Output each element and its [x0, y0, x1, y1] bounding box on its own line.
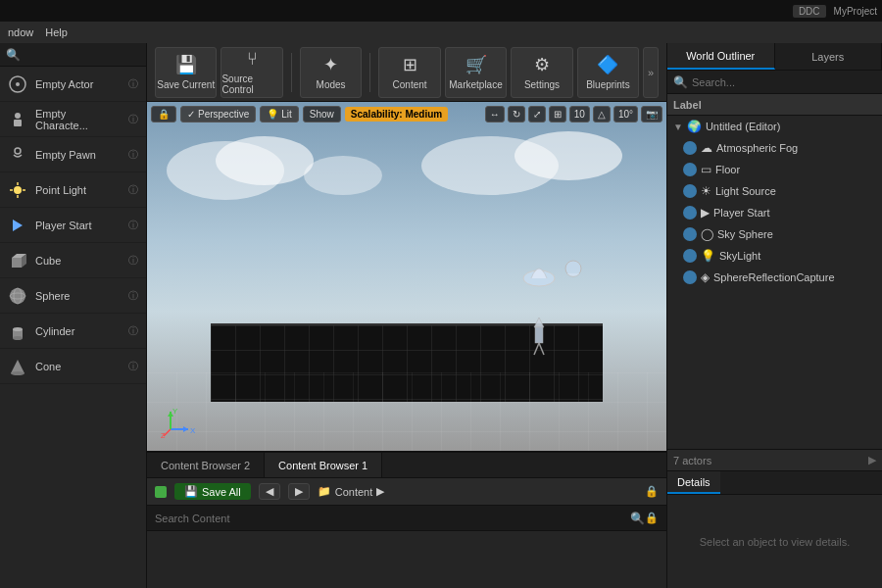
snap-button[interactable]: △ [593, 106, 611, 122]
actor-count: 7 actors ▶ [667, 449, 882, 470]
lock-icon[interactable]: 🔒 [645, 485, 659, 498]
settings-label: Settings [524, 79, 560, 90]
center-gizmo [524, 318, 554, 357]
viewport[interactable]: 🔒 ✓ Perspective 💡 Lit Show Scalability: … [147, 102, 666, 451]
grid-button[interactable]: ⊞ [549, 106, 566, 122]
svg-line-32 [539, 343, 544, 355]
details-tab[interactable]: Details [667, 471, 720, 494]
actor-info-icon6: ⓘ [128, 254, 138, 268]
right-panel: World Outliner Layers 🔍 Label ▼ 🌍 Untitl… [666, 43, 882, 588]
outliner-item-light-source[interactable]: ☀ Light Source [667, 180, 882, 202]
rotate-button[interactable]: ↻ [508, 106, 525, 122]
breadcrumb: 📁 Content ▶ [318, 485, 385, 498]
translate-button[interactable]: ↔ [485, 106, 505, 122]
main-toolbar: 💾 Save Current ⑂ Source Control ✦ Modes … [147, 43, 666, 102]
expand-icon: ▼ [673, 122, 683, 132]
degree-value[interactable]: 10° [613, 106, 638, 122]
fog-icon: ☁ [701, 141, 712, 155]
svg-text:X: X [190, 426, 195, 435]
scalability-badge[interactable]: Scalability: Medium [345, 107, 448, 122]
svg-point-2 [15, 113, 21, 119]
bottom-tab-bar: Content Browser 2 Content Browser 1 [147, 453, 666, 478]
outliner-item-skylight[interactable]: 💡 SkyLight [667, 245, 882, 267]
scale-button[interactable]: ⤢ [528, 106, 546, 122]
actor-item-cylinder[interactable]: Cylinder ⓘ [0, 314, 146, 349]
outliner-item-player-start[interactable]: ▶ Player Start [667, 202, 882, 223]
outliner-item-atmospheric-fog[interactable]: ☁ Atmospheric Fog [667, 137, 882, 159]
svg-point-23 [216, 136, 314, 185]
visibility-icon-sky-sphere[interactable] [683, 227, 697, 241]
outliner-item-sphere-reflection[interactable]: ◈ SphereReflectionCapture [667, 267, 882, 288]
actor-item-cone[interactable]: Cone ⓘ [0, 349, 146, 384]
forward-button[interactable]: ▶ [288, 483, 310, 500]
svg-point-5 [14, 186, 22, 194]
outliner-item-floor[interactable]: ▭ Floor [667, 159, 882, 180]
visibility-icon-skylight[interactable] [683, 249, 697, 263]
actor-item-empty-actor[interactable]: Empty Actor ⓘ [0, 67, 146, 102]
outliner-label-skylight: SkyLight [719, 250, 876, 262]
save-current-label: Save Current [157, 79, 215, 90]
marketplace-button[interactable]: 🛒 Marketplace [445, 47, 507, 98]
outliner-item-sky-sphere[interactable]: ◯ Sky Sphere [667, 223, 882, 245]
breadcrumb-arrow: ▶ [376, 485, 384, 498]
outliner-label-player-start: Player Start [713, 207, 876, 219]
visibility-icon-light[interactable] [683, 184, 697, 198]
save-all-button[interactable]: 💾 Save All [174, 483, 251, 500]
content-search-bar: 🔍 🔒 [147, 506, 666, 531]
actor-item-point-light[interactable]: Point Light ⓘ [0, 172, 146, 208]
left-panel: 🔍 Empty Actor ⓘ Empty Characte... ⓘ [0, 43, 147, 588]
toolbar-expand-button[interactable]: » [643, 47, 659, 98]
modes-button[interactable]: ✦ Modes [300, 47, 362, 98]
perspective-label: Perspective [198, 109, 249, 120]
tab-content-browser-2[interactable]: Content Browser 2 [147, 453, 265, 477]
actor-item-player-start[interactable]: Player Start ⓘ [0, 208, 146, 243]
menu-help[interactable]: Help [45, 26, 68, 38]
outliner-item-untitled[interactable]: ▼ 🌍 Untitled (Editor) [667, 116, 882, 137]
visibility-icon-reflect[interactable] [683, 270, 697, 284]
svg-point-26 [514, 131, 622, 180]
back-button[interactable]: ◀ [259, 483, 280, 500]
content-lock-icon[interactable]: 🔒 [645, 512, 659, 524]
show-button[interactable]: Show [303, 106, 341, 122]
content-icon: ⊞ [403, 54, 417, 75]
viewport-lock-button[interactable]: 🔒 [151, 106, 176, 122]
grid-value[interactable]: 10 [569, 106, 590, 122]
perspective-button[interactable]: ✓ Perspective [180, 106, 256, 122]
tab-world-outliner[interactable]: World Outliner [667, 43, 775, 70]
actor-item-empty-pawn[interactable]: Empty Pawn ⓘ [0, 137, 146, 172]
content-search-input[interactable] [155, 513, 630, 524]
actor-name-cone: Cone [35, 361, 121, 372]
visibility-icon-player[interactable] [683, 206, 697, 220]
visibility-icon-floor[interactable] [683, 163, 697, 176]
actor-item-cube[interactable]: Cube ⓘ [0, 243, 146, 278]
blueprints-button[interactable]: 🔷 Blueprints [577, 47, 639, 98]
player-icon: ▶ [701, 206, 710, 220]
settings-button[interactable]: ⚙ Settings [511, 47, 572, 98]
outliner-search-icon: 🔍 [673, 75, 688, 89]
actor-item-sphere[interactable]: Sphere ⓘ [0, 278, 146, 314]
tab-content-browser-1[interactable]: Content Browser 1 [265, 453, 382, 477]
outliner-label-sphere-reflection: SphereReflectionCapture [713, 271, 876, 283]
marketplace-label: Marketplace [449, 79, 502, 90]
camera-button[interactable]: 📷 [641, 106, 662, 122]
save-current-button[interactable]: 💾 Save Current [155, 47, 217, 98]
sky-sphere-icon: ◯ [701, 227, 713, 241]
content-button[interactable]: ⊞ Content [378, 47, 440, 98]
empty-actor-icon [8, 74, 27, 94]
source-control-button[interactable]: ⑂ Source Control [220, 47, 282, 98]
left-panel-search-input[interactable] [21, 49, 140, 61]
point-light-icon [8, 180, 27, 200]
svg-rect-30 [535, 327, 543, 343]
actor-item-empty-character[interactable]: Empty Characte... ⓘ [0, 102, 146, 137]
menu-window[interactable]: ndow [8, 26, 33, 38]
actor-info-icon7: ⓘ [128, 289, 138, 303]
outliner-expand-icon[interactable]: ▶ [868, 454, 876, 466]
save-all-icon: 💾 [184, 485, 198, 498]
visibility-icon-fog[interactable] [683, 141, 697, 155]
lit-button[interactable]: 💡 Lit [260, 106, 299, 122]
tab-layers[interactable]: Layers [775, 43, 883, 70]
outliner-search-input[interactable] [692, 76, 876, 88]
modes-icon: ✦ [323, 54, 338, 75]
actor-name-cylinder: Cylinder [35, 325, 121, 337]
cylinder-icon [8, 321, 27, 341]
